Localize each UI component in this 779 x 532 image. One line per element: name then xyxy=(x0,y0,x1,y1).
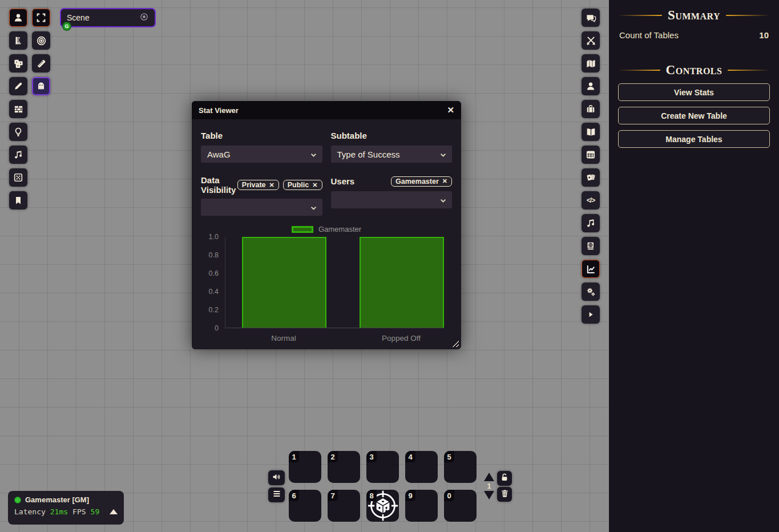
data-visibility-label: Data Visibility xyxy=(201,175,237,195)
hotbar-slot[interactable]: 4 xyxy=(405,451,438,483)
hotbar-slot[interactable]: 2 xyxy=(328,451,360,483)
hotbar-page-number: 1 xyxy=(484,482,494,490)
scene-target-icon[interactable] xyxy=(139,12,149,23)
macro-directory-button[interactable] xyxy=(268,487,285,502)
close-icon[interactable]: ✕ xyxy=(447,105,454,115)
hotbar-slot[interactable]: 7 xyxy=(328,490,360,522)
target-tool-button[interactable] xyxy=(32,31,50,50)
data-visibility-select[interactable] xyxy=(201,199,322,216)
fullscreen-button[interactable] xyxy=(32,9,50,27)
y-tick: 0.8 xyxy=(198,251,219,259)
remove-tag-icon[interactable]: ✕ xyxy=(269,182,275,189)
hotbar-slot[interactable]: 0 xyxy=(444,490,477,522)
play-icon xyxy=(587,311,594,318)
chevron-down-icon xyxy=(310,204,317,213)
player-avatar-button[interactable] xyxy=(9,9,27,27)
scene-nav-item[interactable]: Scene G xyxy=(60,8,156,27)
ghost-mode-button[interactable] xyxy=(32,77,50,95)
notes-tool-button[interactable] xyxy=(9,191,27,209)
users-select[interactable] xyxy=(331,191,453,208)
count-of-tables-label: Count of Tables xyxy=(619,30,679,40)
tab-actors[interactable] xyxy=(582,77,600,95)
dice-roller-button[interactable] xyxy=(9,54,27,72)
stat-viewer-dialog: Stat Viewer ✕ Table AwaG Subtable Type o… xyxy=(192,101,461,349)
measure-tool-button[interactable] xyxy=(32,54,50,72)
lighting-tool-button[interactable] xyxy=(9,123,27,141)
tab-scenes[interactable] xyxy=(582,54,600,72)
tiles-tool-button[interactable] xyxy=(9,168,27,187)
table-field: Table AwaG xyxy=(201,130,322,163)
hotbar-slot[interactable]: 5 xyxy=(444,451,477,483)
hotbar-slot[interactable]: 6 xyxy=(289,490,321,522)
hotbar-slot[interactable]: 3 xyxy=(366,451,399,483)
online-status-dot xyxy=(14,497,21,503)
collapse-players-icon[interactable] xyxy=(110,509,118,514)
music-note-icon xyxy=(13,150,23,160)
tab-cards[interactable] xyxy=(582,168,600,187)
dialog-header[interactable]: Stat Viewer ✕ xyxy=(192,101,461,119)
hotbar-slot-macro[interactable]: 8 xyxy=(366,490,399,522)
legend-swatch xyxy=(292,226,313,233)
tab-settings[interactable] xyxy=(582,283,600,301)
y-tick: 0.4 xyxy=(198,288,219,296)
tab-combat[interactable] xyxy=(582,31,600,50)
tab-items[interactable] xyxy=(582,100,600,118)
fps-label: FPS xyxy=(72,507,86,516)
remove-tag-icon[interactable]: ✕ xyxy=(442,178,447,185)
remove-tag-icon[interactable]: ✕ xyxy=(312,182,317,189)
collapse-sidebar-button[interactable] xyxy=(582,305,600,324)
users-label: Users xyxy=(331,176,355,186)
hotbar-page-down[interactable] xyxy=(484,491,494,499)
tag-gamemaster[interactable]: Gamemaster ✕ xyxy=(391,176,452,187)
sounds-tool-button[interactable] xyxy=(9,146,27,164)
speaker-icon xyxy=(272,472,281,484)
draw-tool-button[interactable] xyxy=(9,77,27,95)
tab-macros[interactable]: </> xyxy=(582,191,600,209)
table-select[interactable]: AwaG xyxy=(201,146,322,163)
walls-tool-button[interactable] xyxy=(9,100,27,118)
x-label: Normal xyxy=(241,334,326,342)
elevation-tool-button[interactable] xyxy=(9,31,27,50)
pencil-icon xyxy=(13,81,23,91)
hotbar-slot[interactable]: 1 xyxy=(289,451,321,483)
latency-value: 21ms xyxy=(50,507,68,516)
game-canvas[interactable]: { "ui": { "remove_glyph": "✕", "close_gl… xyxy=(0,0,779,532)
bar-normal xyxy=(242,237,326,328)
y-tick: 0.6 xyxy=(198,269,219,277)
chart-legend[interactable]: Gamemaster xyxy=(201,225,452,233)
subtable-select[interactable]: Type of Success xyxy=(331,146,453,163)
lock-open-icon xyxy=(500,473,509,484)
manage-tables-button[interactable]: Manage Tables xyxy=(618,130,770,148)
hotbar-trash-button[interactable] xyxy=(497,487,512,502)
briefcase-icon xyxy=(586,104,596,114)
bar-chart: 1.0 0.8 0.6 0.4 0.2 0 Normal Popped Off xyxy=(201,236,452,350)
tab-journal[interactable] xyxy=(582,123,600,141)
table-icon xyxy=(586,150,596,160)
tab-chat[interactable] xyxy=(582,9,600,27)
elevation-ruler-icon xyxy=(13,35,23,46)
menu-icon xyxy=(272,490,281,500)
hotbar-slot[interactable]: 9 xyxy=(405,490,438,522)
tab-tables[interactable] xyxy=(582,146,600,164)
expand-icon xyxy=(36,13,46,23)
hotbar-page-up[interactable] xyxy=(484,473,494,481)
controls-heading: Controls xyxy=(609,63,779,78)
tab-playlists[interactable] xyxy=(582,214,600,232)
count-of-tables-value: 10 xyxy=(759,30,769,40)
users-field: Users Gamemaster ✕ xyxy=(331,175,453,216)
tag-private[interactable]: Private ✕ xyxy=(237,180,279,190)
subtable-field: Subtable Type of Success xyxy=(331,130,453,163)
data-visibility-field: Data Visibility Private ✕ Public ✕ xyxy=(201,175,322,216)
create-new-table-button[interactable]: Create New Table xyxy=(618,107,770,124)
mute-sound-button[interactable] xyxy=(268,470,285,485)
gm-badge: G xyxy=(62,22,71,31)
tab-compendium[interactable] xyxy=(582,237,600,255)
tag-public[interactable]: Public ✕ xyxy=(283,180,322,190)
hotbar-lock-button[interactable] xyxy=(497,471,512,486)
crossed-swords-icon xyxy=(586,35,596,46)
code-icon: </> xyxy=(587,196,595,204)
dice-cluster-icon xyxy=(13,58,24,69)
book-globe-icon xyxy=(586,241,596,251)
view-stats-button[interactable]: View Stats xyxy=(618,83,770,101)
tab-stats[interactable] xyxy=(582,260,600,278)
